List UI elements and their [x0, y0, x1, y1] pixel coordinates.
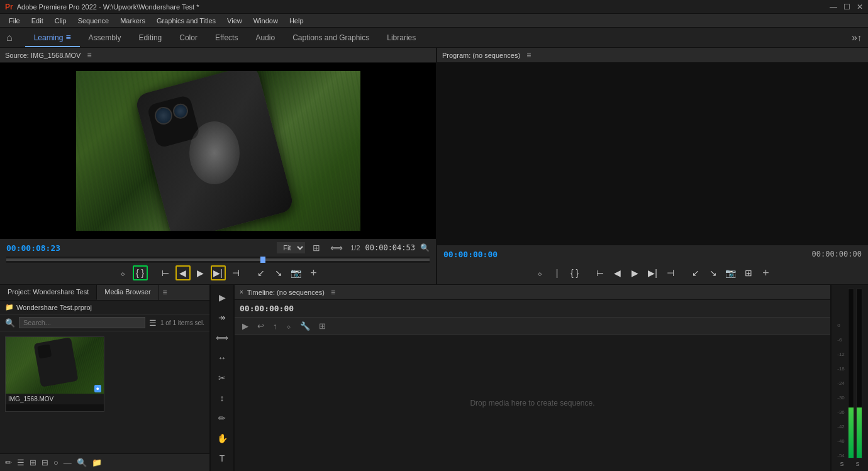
export-frame-button[interactable]: 📷	[289, 265, 304, 280]
play-button[interactable]: ▶	[193, 265, 208, 280]
sort-button[interactable]: ○	[53, 458, 58, 467]
timeline-tools-bar: ▶ ↩ ↑ ⬦ 🔧 ⊞	[235, 318, 830, 335]
source-video-frame	[76, 71, 360, 231]
menu-item-window[interactable]: Window	[248, 16, 283, 26]
menu-item-view[interactable]: View	[222, 16, 247, 26]
project-list-icon[interactable]: ☰	[149, 318, 157, 328]
program-panel-menu[interactable]: ≡	[526, 51, 531, 60]
add-source-button[interactable]: +	[306, 265, 321, 280]
close-button[interactable]: ✕	[857, 3, 863, 11]
media-item[interactable]: IMG_1568.MOV ●	[5, 336, 104, 412]
ripple-edit-tool-button[interactable]: ⟺	[213, 329, 231, 346]
menu-item-graphics-and-titles[interactable]: Graphics and Titles	[152, 16, 221, 26]
tl-tool-track-select[interactable]: ↩	[255, 320, 267, 332]
prog-overwrite[interactable]: ↘	[706, 265, 721, 280]
menu-item-file[interactable]: File	[4, 16, 25, 26]
mark-clip-button[interactable]: { }	[133, 265, 148, 280]
list-view-button[interactable]: ☰	[17, 458, 25, 467]
step-back-button[interactable]: ◀	[175, 265, 191, 280]
prog-play[interactable]: ▶	[628, 265, 643, 280]
project-search-input[interactable]	[19, 317, 145, 328]
more-tabs-button[interactable]: »	[852, 32, 857, 43]
prog-mark-clip[interactable]: { }	[567, 265, 582, 280]
prog-add[interactable]: +	[759, 265, 774, 280]
tl-tool-captions[interactable]: ⊞	[316, 320, 328, 332]
thumb-phone-cam	[37, 344, 52, 358]
workspace-tab-editing[interactable]: Editing	[130, 30, 171, 46]
tl-tool-extract[interactable]: ⬦	[284, 320, 294, 332]
maximize-button[interactable]: ☐	[843, 3, 850, 11]
prog-step-back[interactable]: ◀	[610, 265, 625, 280]
minimize-button[interactable]: —	[830, 3, 837, 11]
hand-tool-button[interactable]: ✋	[213, 429, 231, 447]
prog-mark-out[interactable]: |	[550, 265, 565, 280]
prog-insert[interactable]: ↙	[688, 265, 703, 280]
fit-select[interactable]: Fit	[277, 242, 305, 253]
workspace-tab-learning[interactable]: Learning≡	[25, 28, 80, 47]
menu-item-sequence[interactable]: Sequence	[73, 16, 114, 26]
project-tab-media-browser[interactable]: Media Browser	[97, 285, 159, 300]
timeline-timecode: 00:00:00:00	[240, 304, 294, 313]
source-panel: Source: IMG_1568.MOV ≡ 00:0	[0, 48, 437, 284]
workspace-tab-captions[interactable]: Captions and Graphics	[284, 30, 378, 46]
autogrid-button[interactable]: —	[64, 458, 72, 467]
source-panel-menu[interactable]: ≡	[87, 51, 91, 60]
menu-item-markers[interactable]: Markers	[115, 16, 150, 26]
bottom-panels: Project: Wondershare Test Media Browser …	[0, 285, 868, 471]
mark-in-button[interactable]: ⬦	[115, 265, 130, 280]
timeline-playhead[interactable]	[260, 257, 265, 263]
step-forward-button[interactable]: ▶|	[211, 265, 226, 280]
menu-item-edit[interactable]: Edit	[26, 16, 48, 26]
new-item-button[interactable]: 📁	[92, 458, 102, 467]
overwrite-button[interactable]: ↘	[271, 265, 286, 280]
freeform-view-button[interactable]: ⊟	[42, 458, 48, 467]
workspace-tab-menu-learning[interactable]: ≡	[65, 32, 70, 42]
project-tab-project[interactable]: Project: Wondershare Test	[0, 285, 97, 300]
rate-stretch-tool-button[interactable]: ↔	[213, 349, 231, 367]
selection-tool-button[interactable]: ▶	[213, 289, 231, 306]
workspace-tab-assembly[interactable]: Assembly	[80, 30, 130, 46]
title-bar-controls[interactable]: — ☐ ✕	[830, 3, 863, 11]
insert-button[interactable]: ↙	[253, 265, 269, 280]
search-footer-button[interactable]: 🔍	[77, 458, 87, 467]
timeline-title: Timeline: (no sequences)	[247, 289, 325, 296]
source-timeline-scrubber[interactable]	[6, 257, 430, 263]
tl-tool-arrow[interactable]: ▶	[240, 320, 251, 332]
slip-tool-button[interactable]: ↕	[213, 389, 231, 407]
tl-tool-lift[interactable]: ↑	[270, 320, 280, 332]
menu-item-help[interactable]: Help	[284, 16, 309, 26]
menu-item-clip[interactable]: Clip	[50, 16, 72, 26]
source-icon2[interactable]: ⟺	[328, 241, 345, 254]
home-icon[interactable]: ⌂	[6, 32, 13, 43]
meter-bar-right	[856, 289, 862, 458]
timeline-menu-button[interactable]: ≡	[331, 288, 335, 297]
track-select-tool-button[interactable]: ↠	[213, 309, 231, 326]
prog-go-out[interactable]: ⊣	[663, 265, 678, 280]
razor-tool-button[interactable]: ✂	[213, 369, 231, 387]
icon-view-button[interactable]: ⊞	[30, 458, 36, 467]
go-to-in-button[interactable]: ⊢	[158, 265, 173, 280]
pen-tool-button[interactable]: ✏	[213, 409, 231, 427]
project-panel-menu[interactable]: ≡	[159, 285, 171, 300]
workspace-tab-color[interactable]: Color	[170, 30, 206, 46]
go-to-out-button[interactable]: ⊣	[228, 265, 243, 280]
source-zoom-icon[interactable]: 🔍	[420, 243, 430, 252]
workspace-tab-libraries[interactable]: Libraries	[378, 30, 425, 46]
meter-labels: 0 -6 -12 -18 -24 -30 -36 -42 -48 -54	[837, 289, 845, 458]
project-search-icon[interactable]: 🔍	[5, 318, 15, 328]
prog-mark-in[interactable]: ⬦	[532, 265, 547, 280]
source-icon1[interactable]: ⊞	[310, 241, 323, 254]
prog-step-forward[interactable]: ▶|	[645, 265, 660, 280]
workspace-tab-effects[interactable]: Effects	[206, 30, 247, 46]
tl-tool-settings[interactable]: 🔧	[298, 320, 313, 332]
timeline-close-button[interactable]: ×	[240, 289, 243, 296]
prog-go-in[interactable]: ⊢	[593, 265, 608, 280]
program-panel-title: Program: (no sequences)	[442, 52, 520, 59]
prog-export[interactable]: 📷	[723, 265, 738, 280]
source-fraction: 1/2	[350, 244, 360, 252]
new-bin-button[interactable]: ✏	[5, 458, 12, 467]
type-tool-button[interactable]: T	[213, 450, 231, 467]
export-icon[interactable]: ↑	[857, 33, 862, 43]
prog-vr[interactable]: ⊞	[741, 265, 756, 280]
workspace-tab-audio[interactable]: Audio	[247, 30, 284, 46]
